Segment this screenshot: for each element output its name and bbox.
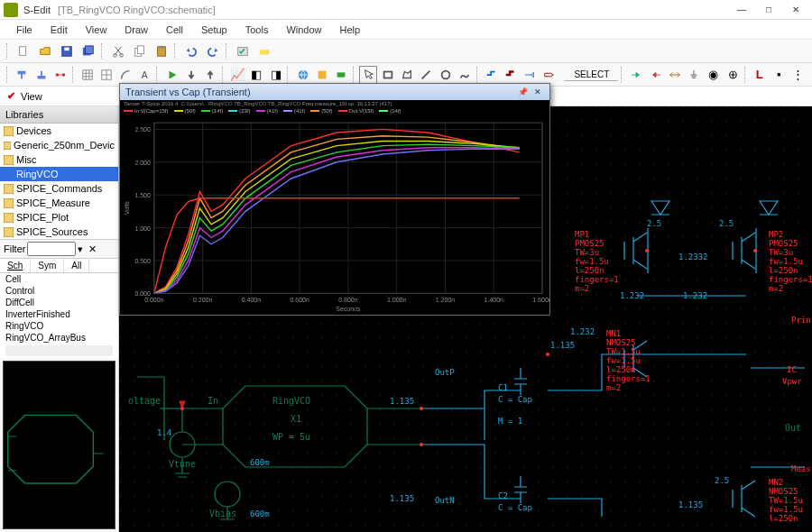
- highlight-icon[interactable]: [254, 42, 274, 60]
- redo-icon[interactable]: [203, 42, 223, 60]
- svg-text:1.135: 1.135: [390, 494, 414, 503]
- wave-icon[interactable]: 📈: [228, 66, 245, 84]
- arc-icon[interactable]: [117, 66, 134, 84]
- dropdown-icon[interactable]: ▾: [78, 243, 83, 255]
- menu-cell[interactable]: Cell: [159, 23, 190, 37]
- port-label-icon[interactable]: [540, 66, 558, 84]
- plot-pin-icon[interactable]: 📌: [516, 86, 529, 98]
- menu-window[interactable]: Window: [279, 23, 328, 37]
- fill-icon[interactable]: [313, 66, 330, 84]
- filter-label: Filter: [4, 243, 25, 254]
- probe-v-icon[interactable]: ⊕: [724, 66, 741, 84]
- svg-text:1.135: 1.135: [550, 341, 575, 350]
- grid-small-icon[interactable]: [78, 66, 96, 84]
- rect-icon[interactable]: [379, 66, 396, 84]
- port-in-icon[interactable]: [628, 66, 645, 84]
- gen2-icon[interactable]: ◨: [267, 66, 284, 84]
- cell-item[interactable]: Cell: [0, 273, 118, 285]
- arrow-down-icon[interactable]: [182, 66, 199, 84]
- wire-icon[interactable]: [483, 66, 500, 84]
- tab-sch[interactable]: Sch: [0, 259, 31, 272]
- menu-view[interactable]: View: [78, 23, 115, 37]
- port-inout-icon[interactable]: [666, 66, 683, 84]
- library-item[interactable]: SPICE_Sources: [0, 225, 118, 239]
- net-label-icon[interactable]: [521, 66, 539, 84]
- svg-text:fw=1.5u: fw=1.5u: [606, 356, 641, 365]
- grid-large-icon[interactable]: [97, 66, 115, 84]
- plot-area[interactable]: 0.0000.5001.0001.5002.0002.5000.000n0.20…: [120, 115, 549, 315]
- plot-window[interactable]: Transient vs Cap (Transient) 📌 ✕ Tanner …: [119, 83, 550, 316]
- svg-text:IC: IC: [787, 365, 797, 374]
- layer-dot-icon[interactable]: ▪: [770, 66, 788, 84]
- library-item[interactable]: Generic_250nm_Devic: [0, 138, 118, 152]
- tab-sym[interactable]: Sym: [31, 259, 64, 272]
- layer-chain-icon[interactable]: ⋮: [789, 66, 807, 84]
- cell-item[interactable]: InverterFinished: [0, 308, 118, 320]
- filter-input[interactable]: [27, 242, 76, 256]
- svg-rect-20: [383, 71, 392, 78]
- paste-icon[interactable]: [152, 42, 171, 60]
- drc-icon[interactable]: [233, 42, 253, 60]
- bus-wire-icon[interactable]: [502, 66, 519, 84]
- plot-titlebar[interactable]: Transient vs Cap (Transient) 📌 ✕: [120, 84, 549, 100]
- save-all-icon[interactable]: [78, 42, 98, 60]
- open-file-icon[interactable]: [35, 42, 55, 60]
- svg-text:MP1: MP1: [575, 230, 589, 239]
- circle-icon[interactable]: [437, 66, 454, 84]
- cell-item[interactable]: Control: [0, 285, 118, 297]
- svg-text:0.500: 0.500: [134, 258, 151, 264]
- cut-icon[interactable]: [108, 42, 128, 60]
- copy-icon[interactable]: [130, 42, 150, 60]
- library-item[interactable]: Misc: [0, 152, 118, 167]
- poly-icon[interactable]: [398, 66, 415, 84]
- tab-all[interactable]: All: [64, 259, 89, 272]
- cell-item[interactable]: DiffCell: [0, 297, 118, 308]
- library-item-selected[interactable]: RingVCO: [0, 167, 118, 181]
- svg-text:A: A: [141, 69, 147, 79]
- library-item[interactable]: SPICE_Plot: [0, 210, 118, 225]
- svg-text:fw=1.5u: fw=1.5u: [575, 257, 609, 266]
- pointer-icon[interactable]: [359, 66, 377, 84]
- cell-list[interactable]: Cell Control DiffCell InverterFinished R…: [0, 273, 118, 358]
- flag-icon[interactable]: ◉: [705, 66, 722, 84]
- cell-item[interactable]: RingVCO: [0, 320, 118, 332]
- minimize-button[interactable]: —: [729, 3, 754, 17]
- plot-close-icon[interactable]: ✕: [531, 86, 544, 98]
- new-file-icon[interactable]: [14, 42, 33, 60]
- menu-file[interactable]: File: [9, 23, 40, 37]
- play-icon[interactable]: [163, 66, 180, 84]
- library-item[interactable]: Devices: [0, 124, 118, 138]
- path-icon[interactable]: [456, 66, 473, 84]
- globe-icon[interactable]: [294, 66, 311, 84]
- hierarchy-up-icon[interactable]: [32, 66, 50, 84]
- svg-text:TW=3u: TW=3u: [575, 248, 599, 257]
- menu-setup[interactable]: Setup: [194, 23, 235, 37]
- maximize-button[interactable]: □: [756, 3, 781, 17]
- svg-rect-2: [64, 47, 69, 50]
- filter-clear-icon[interactable]: ✕: [85, 242, 99, 256]
- undo-icon[interactable]: [181, 42, 201, 60]
- svg-rect-12: [260, 50, 270, 54]
- libraries-list[interactable]: Devices Generic_250nm_Devic Misc RingVCO…: [0, 124, 118, 240]
- svg-text:l=250n: l=250n: [769, 266, 798, 275]
- library-item[interactable]: SPICE_Measure: [0, 196, 118, 210]
- port-out-icon[interactable]: [647, 66, 664, 84]
- hierarchy-down-icon[interactable]: [14, 66, 31, 84]
- menu-tools[interactable]: Tools: [238, 23, 276, 37]
- gen1-icon[interactable]: ◧: [248, 66, 265, 84]
- line-icon[interactable]: [418, 66, 435, 84]
- library-item[interactable]: SPICE_Commands: [0, 181, 118, 196]
- close-button[interactable]: ✕: [783, 3, 808, 17]
- layer-l-icon[interactable]: L: [751, 66, 768, 84]
- svg-text:600m: 600m: [250, 458, 270, 467]
- net-icon[interactable]: [51, 66, 69, 84]
- menu-help[interactable]: Help: [333, 23, 368, 37]
- menu-edit[interactable]: Edit: [43, 23, 75, 37]
- text-icon[interactable]: A: [136, 66, 153, 84]
- arrow-up-icon[interactable]: [202, 66, 219, 84]
- menu-draw[interactable]: Draw: [117, 23, 155, 37]
- gnd-icon[interactable]: [686, 66, 703, 84]
- cell-item[interactable]: RingVCO_ArrayBus: [0, 332, 118, 344]
- save-icon[interactable]: [57, 42, 77, 60]
- component-icon[interactable]: [333, 66, 350, 84]
